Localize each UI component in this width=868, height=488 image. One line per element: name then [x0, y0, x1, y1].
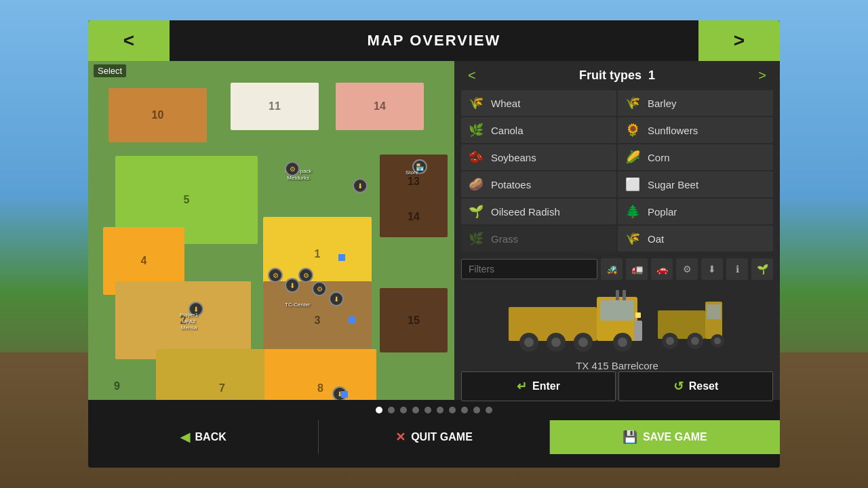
save-label: SAVE GAME: [643, 431, 707, 443]
field-8[interactable]: 8: [264, 349, 376, 400]
fruit-item-corn[interactable]: 🌽Corn: [618, 144, 773, 170]
reset-icon: ↺: [673, 379, 684, 394]
field-15[interactable]: 15: [380, 288, 448, 352]
fruit-icon-barley: 🌾: [623, 94, 642, 113]
fruit-prev-button[interactable]: <: [461, 68, 483, 83]
next-arrow-icon: >: [734, 30, 745, 52]
fruit-label-poplar: Poplar: [648, 206, 677, 218]
fruit-label-soybeans: Soybeans: [491, 152, 536, 163]
filter-truck-button[interactable]: 🚛: [626, 258, 648, 280]
fruit-icon-potatoes: 🥔: [467, 175, 486, 194]
filter-input[interactable]: [461, 259, 597, 279]
fruit-item-canola[interactable]: 🌿Canola: [461, 117, 616, 143]
pagination-dot-4[interactable]: [425, 407, 431, 413]
fruit-item-potatoes[interactable]: 🥔Potatoes: [461, 171, 616, 197]
fruit-item-oilseed-radish[interactable]: 🌱Oilseed Radish: [461, 199, 616, 224]
filter-tractor-button[interactable]: 🚜: [601, 258, 623, 280]
svg-point-23: [714, 338, 721, 344]
map-icon-5: ⚙: [298, 268, 313, 283]
pagination-dot-0[interactable]: [376, 407, 382, 413]
fruit-types-title: Fruit types 1: [579, 68, 655, 83]
fruit-label-barley: Barley: [648, 98, 677, 109]
save-button[interactable]: 💾 SAVE GAME: [550, 420, 780, 454]
field-14b[interactable]: 14: [380, 197, 448, 237]
svg-point-21: [691, 337, 699, 345]
field-10[interactable]: 10: [108, 88, 207, 142]
svg-point-10: [578, 338, 588, 347]
fruit-item-barley[interactable]: 🌾Barley: [618, 90, 773, 116]
filter-download-button[interactable]: ⬇: [701, 258, 723, 280]
field-14[interactable]: 14: [336, 83, 424, 130]
vehicle-name: TX 415 Barrelcore: [576, 360, 658, 371]
map-label-ufa2: Player1UFA2Merisa: [180, 312, 198, 331]
vehicle-side-svg: [658, 287, 726, 354]
save-icon: 💾: [623, 430, 637, 445]
pagination-dots: [376, 407, 492, 413]
field-11[interactable]: 11: [231, 83, 319, 130]
fruit-item-wheat[interactable]: 🌾Wheat: [461, 90, 616, 116]
fruit-label-canola: Canola: [491, 125, 524, 136]
svg-rect-13: [634, 321, 642, 341]
back-button[interactable]: ◀ BACK: [88, 420, 318, 454]
svg-point-19: [666, 337, 674, 345]
map-area[interactable]: Select 10111451131442315789 HuckepackMet…: [88, 61, 454, 400]
fruit-label-sunflowers: Sunflowers: [648, 125, 698, 136]
action-buttons: ↵ Enter ↺ Reset: [461, 371, 773, 401]
pagination-dot-1[interactable]: [388, 407, 395, 413]
reset-button[interactable]: ↺ Reset: [618, 371, 773, 401]
fruit-label-potatoes: Potatoes: [491, 179, 531, 190]
fruit-icon-oat: 🌾: [623, 229, 642, 248]
svg-rect-14: [635, 312, 641, 318]
fruit-label-grass: Grass: [491, 233, 518, 245]
pagination-dot-3[interactable]: [412, 407, 419, 413]
pagination-dot-7[interactable]: [461, 407, 468, 413]
pagination-dot-2[interactable]: [400, 407, 407, 413]
svg-rect-4: [623, 290, 626, 300]
fruit-label-oat: Oat: [648, 233, 664, 245]
waypoint-dot-1: [338, 254, 345, 261]
fruit-icon-corn: 🌽: [623, 148, 642, 167]
vehicle-section: TX 415 Barrelcore: [461, 287, 773, 371]
filter-info-button[interactable]: ℹ: [726, 258, 748, 280]
filter-equipment-button[interactable]: ⚙: [676, 258, 698, 280]
fruit-next-button[interactable]: >: [751, 68, 773, 83]
prev-page-button[interactable]: <: [88, 20, 170, 61]
filter-vehicle-button[interactable]: 🚗: [651, 258, 673, 280]
fruit-icon-soybeans: 🫘: [467, 148, 486, 167]
next-page-button[interactable]: >: [698, 20, 780, 61]
pagination-dot-5[interactable]: [437, 407, 443, 413]
right-panel: < Fruit types 1 > 🌾Wheat🌾Barley🌿Canola🌻S…: [454, 61, 780, 400]
map-icon-2: ⬇: [353, 178, 368, 193]
pagination-dot-6[interactable]: [449, 407, 456, 413]
field-9[interactable]: 9: [98, 359, 136, 400]
svg-rect-3: [616, 290, 619, 300]
vehicle-display: [509, 287, 726, 354]
fruit-label-oilseed-radish: Oilseed Radish: [491, 206, 560, 218]
fruit-item-sunflowers[interactable]: 🌻Sunflowers: [618, 117, 773, 143]
bottom-bar: ◀ BACK ✕ QUIT GAME 💾 SAVE GAME: [88, 420, 780, 454]
enter-button[interactable]: ↵ Enter: [461, 371, 616, 401]
fruit-item-soybeans[interactable]: 🫘Soybeans: [461, 144, 616, 170]
fruit-item-sugar-beet[interactable]: ⬜Sugar Beet: [618, 171, 773, 197]
header: < MAP OVERVIEW >: [88, 20, 780, 61]
waypoint-dot-2: [349, 317, 355, 323]
map-label-center: TC-Center: [285, 302, 310, 308]
enter-icon: ↵: [517, 379, 527, 394]
quit-icon: ✕: [395, 430, 406, 445]
pagination-dot-9[interactable]: [486, 407, 492, 413]
reset-label: Reset: [689, 380, 719, 392]
main-panel: < MAP OVERVIEW > Select 1011145113144231…: [88, 20, 780, 468]
quit-button[interactable]: ✕ QUIT GAME: [319, 420, 549, 454]
waypoint-dot-4: [341, 391, 348, 398]
map-icon-1: ⚙: [285, 161, 300, 176]
enter-label: Enter: [532, 380, 560, 392]
map-label-store: Store: [406, 169, 418, 176]
fruit-item-grass[interactable]: 🌿Grass: [461, 226, 616, 251]
fruit-icon-sugar-beet: ⬜: [623, 175, 642, 194]
pagination-dot-8[interactable]: [473, 407, 480, 413]
fruit-item-poplar[interactable]: 🌲Poplar: [618, 199, 773, 224]
filters-row: 🚜 🚛 🚗 ⚙ ⬇ ℹ 🌱: [461, 258, 773, 280]
filter-crop-button[interactable]: 🌱: [751, 258, 773, 280]
fruit-item-oat[interactable]: 🌾Oat: [618, 226, 773, 251]
prev-arrow-icon: <: [123, 30, 134, 52]
